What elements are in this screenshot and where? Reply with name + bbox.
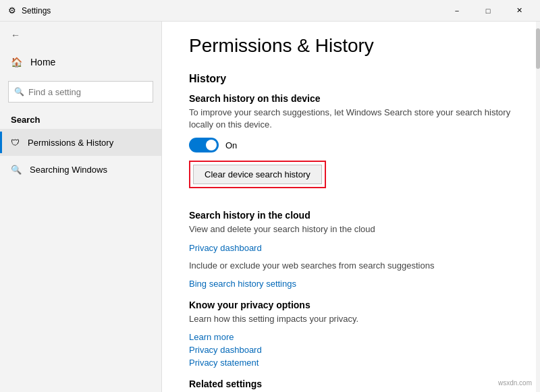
cloud-section-block: Search history in the cloud View and del… xyxy=(189,210,513,288)
cloud-section-title: Search history in the cloud xyxy=(189,210,513,221)
scroll-thumb[interactable] xyxy=(536,28,540,69)
main-content: Permissions & History History Search his… xyxy=(162,22,540,392)
title-bar: ⚙ Settings − □ ✕ xyxy=(0,0,540,22)
toggle-label: On xyxy=(225,140,237,150)
search-box[interactable]: 🔍 xyxy=(8,81,153,103)
back-button[interactable]: ← xyxy=(0,22,161,49)
privacy-desc: Learn how this setting impacts your priv… xyxy=(189,313,513,325)
close-button[interactable]: ✕ xyxy=(504,0,535,22)
clear-device-history-button[interactable]: Clear device search history xyxy=(193,165,322,184)
back-icon: ← xyxy=(11,30,20,40)
permissions-icon: 🛡 xyxy=(11,138,20,148)
home-label: Home xyxy=(30,57,55,67)
sidebar-item-permissions[interactable]: 🛡 Permissions & History xyxy=(0,129,161,156)
page-title: Permissions & History xyxy=(189,35,513,57)
minimize-button[interactable]: − xyxy=(441,0,473,22)
watermark: wsxdn.com xyxy=(498,379,532,387)
window-controls: − □ ✕ xyxy=(441,0,535,22)
search-history-device-title: Search history on this device xyxy=(189,93,513,104)
home-nav-item[interactable]: 🏠 Home xyxy=(0,49,161,76)
sidebar-item-permissions-label: Permissions & History xyxy=(28,138,113,148)
toggle-row: On xyxy=(189,138,513,152)
related-section-title: Related settings xyxy=(189,379,513,389)
bing-history-link[interactable]: Bing search history settings xyxy=(189,279,513,289)
sidebar: ← 🏠 Home 🔍 Search 🛡 Permissions & Histor… xyxy=(0,22,162,392)
privacy-dashboard-link-1[interactable]: Privacy dashboard xyxy=(189,243,513,253)
sidebar-section-label: Search xyxy=(0,108,161,129)
search-icon: 🔍 xyxy=(14,87,24,96)
search-history-toggle[interactable] xyxy=(189,138,219,152)
cloud-include-label: Include or exclude your web searches fro… xyxy=(189,260,513,272)
history-section-title: History xyxy=(189,73,513,85)
sidebar-item-searching[interactable]: 🔍 Searching Windows xyxy=(0,156,161,183)
clear-btn-highlight: Clear device search history xyxy=(189,161,326,188)
privacy-statement-link[interactable]: Privacy statement xyxy=(189,358,513,368)
scrollbar[interactable] xyxy=(536,22,540,392)
learn-more-link[interactable]: Learn more xyxy=(189,332,513,342)
app-container: ← 🏠 Home 🔍 Search 🛡 Permissions & Histor… xyxy=(0,22,540,392)
search-input[interactable] xyxy=(28,87,147,97)
settings-icon: ⚙ xyxy=(8,5,16,16)
privacy-section-title: Know your privacy options xyxy=(189,300,513,310)
search-history-device-block: Search history on this device To improve… xyxy=(189,93,513,199)
privacy-section-block: Know your privacy options Learn how this… xyxy=(189,300,513,368)
related-section-block: Related settings Windows privacy options xyxy=(189,379,513,392)
sidebar-item-searching-label: Searching Windows xyxy=(30,165,107,175)
cloud-view-label: View and delete your search history in t… xyxy=(189,223,513,235)
search-history-device-desc: To improve your search suggestions, let … xyxy=(189,107,513,131)
searching-icon: 🔍 xyxy=(11,165,22,175)
privacy-dashboard-link-2[interactable]: Privacy dashboard xyxy=(189,345,513,355)
title-bar-title: Settings xyxy=(22,6,51,16)
maximize-button[interactable]: □ xyxy=(473,0,504,22)
home-icon: 🏠 xyxy=(11,57,22,67)
